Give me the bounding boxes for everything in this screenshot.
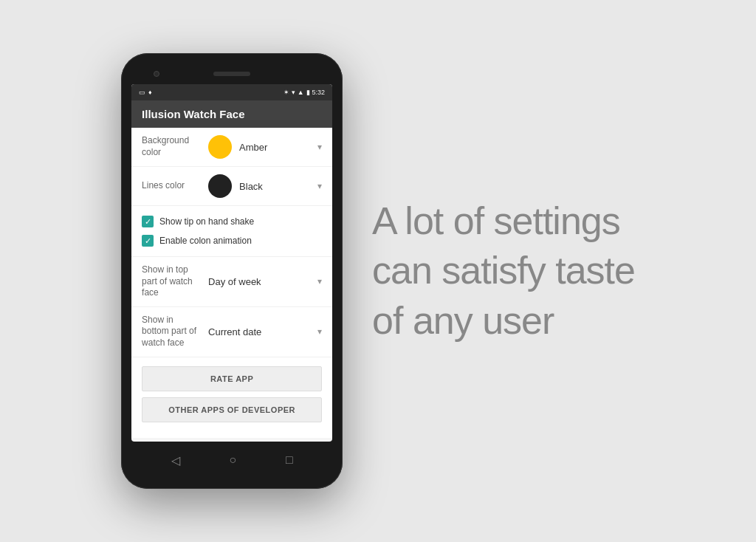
tagline-line1: A lot of settings	[372, 196, 635, 247]
top-part-row[interactable]: Show in top part of watch face Day of we…	[131, 257, 332, 307]
tagline-line3: of any user	[372, 296, 635, 346]
check-mark: ✓	[145, 218, 151, 226]
check-mark-2: ✓	[145, 237, 151, 245]
app-title: Illusion Watch Face	[142, 108, 244, 120]
bottom-part-arrow[interactable]: ▾	[317, 326, 322, 337]
top-part-value: Day of week	[208, 276, 310, 287]
lines-color-row[interactable]: Lines color Black ▾	[131, 167, 332, 206]
background-color-arrow[interactable]: ▾	[317, 142, 322, 152]
rate-app-button[interactable]: RATE APP	[142, 366, 322, 391]
colon-animation-row[interactable]: ✓ Enable colon animation	[142, 231, 322, 250]
top-part-label: Show in top part of watch face	[142, 264, 201, 299]
scene: ▭ ♦ ✶ ▾ ▲ ▮ 5:32 Illusion Watch Face	[0, 0, 756, 542]
notification-icon: ♦	[148, 89, 152, 96]
back-nav-icon[interactable]: ◁	[171, 453, 180, 467]
phone-speaker	[213, 72, 250, 76]
signal-icon: ▲	[298, 89, 304, 96]
status-bar: ▭ ♦ ✶ ▾ ▲ ▮ 5:32	[131, 84, 332, 100]
checkbox-area: ✓ Show tip on hand shake ✓ Enable colon …	[131, 206, 332, 256]
home-nav-icon[interactable]: ○	[229, 453, 236, 467]
bottom-part-value: Current date	[208, 326, 310, 337]
app-bar: Illusion Watch Face	[131, 100, 332, 128]
status-left-icons: ▭ ♦	[139, 89, 152, 96]
battery-full-icon: ▮	[306, 89, 310, 96]
time-display: 5:32	[312, 89, 326, 96]
phone-shell: ▭ ♦ ✶ ▾ ▲ ▮ 5:32 Illusion Watch Face	[121, 53, 343, 489]
status-right-icons: ✶ ▾ ▲ ▮ 5:32	[284, 89, 325, 96]
colon-animation-label: Enable colon animation	[159, 236, 252, 246]
phone-top-bar	[131, 64, 332, 84]
lines-color-value: Black	[239, 181, 310, 192]
phone-camera	[154, 71, 159, 77]
phone-screen: ▭ ♦ ✶ ▾ ▲ ▮ 5:32 Illusion Watch Face	[131, 84, 332, 442]
tagline-panel: A lot of settings can satisfy taste of a…	[372, 196, 635, 346]
handshake-tip-row[interactable]: ✓ Show tip on hand shake	[142, 212, 322, 231]
bluetooth-icon: ✶	[284, 89, 289, 96]
lines-color-arrow[interactable]: ▾	[317, 181, 322, 191]
settings-content[interactable]: Background color Amber ▾ Lines color Bla…	[131, 128, 332, 438]
background-color-label: Background color	[142, 135, 201, 158]
phone-bottom-nav: ◁ ○ □	[131, 442, 332, 478]
wifi-icon: ▾	[292, 89, 295, 96]
dropdown-area: Show in top part of watch face Day of we…	[131, 256, 332, 357]
lines-color-label: Lines color	[142, 180, 201, 192]
amber-swatch	[208, 135, 232, 159]
other-apps-button[interactable]: OTHER APPS OF DEVELOPER	[142, 397, 322, 422]
background-color-row[interactable]: Background color Amber ▾	[131, 128, 332, 167]
recents-nav-icon[interactable]: □	[286, 453, 293, 467]
battery-status-icon: ▭	[139, 89, 145, 96]
handshake-tip-label: Show tip on hand shake	[159, 216, 254, 227]
top-part-arrow[interactable]: ▾	[317, 276, 322, 287]
colon-animation-checkbox[interactable]: ✓	[142, 235, 154, 247]
bottom-part-label: Show in bottom part of watch face	[142, 315, 201, 349]
tagline-line2: can satisfy taste	[372, 246, 635, 296]
bottom-part-row[interactable]: Show in bottom part of watch face Curren…	[131, 307, 332, 357]
handshake-tip-checkbox[interactable]: ✓	[142, 216, 154, 227]
black-swatch	[208, 174, 232, 198]
button-area: RATE APP OTHER APPS OF DEVELOPER	[131, 360, 332, 428]
background-color-value: Amber	[239, 142, 310, 153]
